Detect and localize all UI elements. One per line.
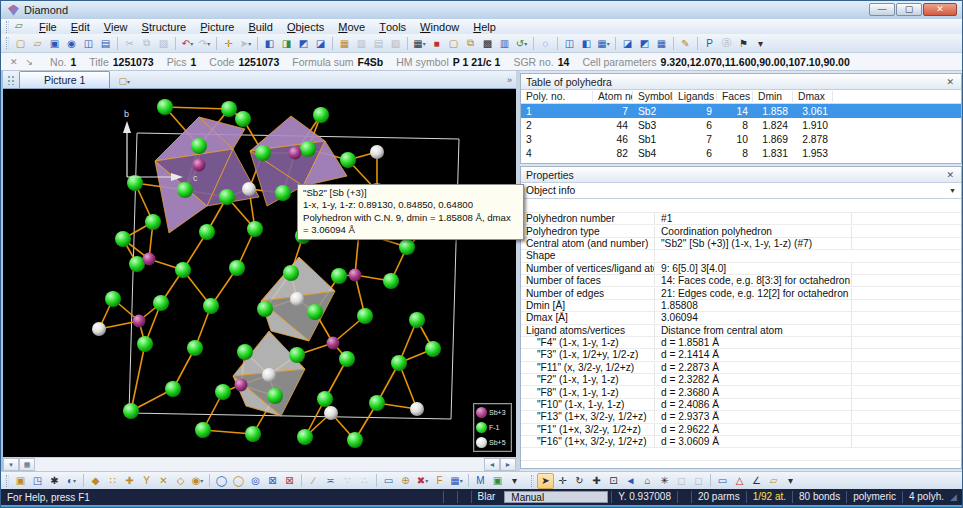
- fill-unit-cell-icon[interactable]: ◯: [213, 473, 230, 489]
- info-dock-icon[interactable]: ↘: [26, 57, 34, 67]
- fluorine-atom[interactable]: [235, 111, 251, 127]
- fluorine-atom[interactable]: [247, 221, 263, 237]
- fluorine-atom[interactable]: [203, 298, 219, 314]
- cell-axes-icon[interactable]: ⊕: [397, 473, 414, 489]
- property-row[interactable]: "F3" (1-x, 1/2+y, 1/2-z)d = 2.1414 Å: [521, 349, 961, 361]
- color-scheme-icon[interactable]: ▦▾: [448, 473, 465, 489]
- fluorine-atom[interactable]: [105, 291, 121, 307]
- data-table-icon[interactable]: ▦: [653, 35, 670, 51]
- property-row[interactable]: Number of vertices/ligand atoms9: 6[5.0]…: [521, 263, 961, 275]
- fluorine-atom[interactable]: [157, 99, 173, 115]
- remove-bonds-icon[interactable]: ✖▾: [414, 473, 431, 489]
- property-row[interactable]: "F2" (1-x, 1-y, 1-z)d = 2.3282 Å: [521, 374, 961, 386]
- picture-properties-icon[interactable]: ▣: [12, 473, 29, 489]
- antimony5-atom[interactable]: [92, 322, 106, 336]
- property-row[interactable]: "F13" (1+x, 3/2-y, 1/2+z)d = 2.9373 Å: [521, 411, 961, 423]
- new-picture-tab-button[interactable]: ▢▾: [118, 76, 130, 86]
- properties-pane-icon[interactable]: ◫: [561, 35, 578, 51]
- title-bar[interactable]: Diamond — ▢ ✕: [1, 1, 962, 19]
- diagram-icon[interactable]: ◪: [619, 35, 636, 51]
- property-row[interactable]: Dmin [Å]1.85808: [521, 300, 961, 312]
- pointer-tool-icon[interactable]: ➤: [537, 473, 554, 489]
- fill-fragment-icon[interactable]: ◎: [247, 473, 264, 489]
- property-row[interactable]: "F1" (1+x, 3/2-y, 1/2+z)d = 2.9622 Å: [521, 424, 961, 436]
- property-row[interactable]: Shape: [521, 250, 961, 262]
- molecule-icon[interactable]: ◇: [172, 473, 189, 489]
- antimony5-atom[interactable]: [370, 145, 384, 159]
- fluorine-atom[interactable]: [347, 432, 363, 448]
- export-picture-icon[interactable]: ◳: [29, 473, 46, 489]
- fluorine-atom[interactable]: [137, 336, 153, 352]
- move-tool-icon[interactable]: ✛: [554, 473, 571, 489]
- split-pane-icon[interactable]: ◧: [578, 35, 595, 51]
- fluorine-atom[interactable]: [313, 107, 329, 123]
- property-row[interactable]: Polyhedron typeCoordination polyhedron: [521, 225, 961, 237]
- view-filter-icon[interactable]: ◐▾: [63, 473, 80, 489]
- pov-export-icon[interactable]: ⚑: [735, 35, 752, 51]
- hydrogen-bond-icon[interactable]: ≍: [322, 473, 339, 489]
- toolbar-overflow-icon[interactable]: ▾: [752, 35, 769, 51]
- home-view-icon[interactable]: ⌂: [639, 473, 656, 489]
- measure-torsion-icon[interactable]: ∠: [748, 473, 765, 489]
- powder-pattern-icon[interactable]: P: [701, 35, 718, 51]
- fluorine-atom[interactable]: [331, 268, 347, 284]
- property-row[interactable]: Polyhedron number#1: [521, 213, 961, 225]
- create-bond-icon[interactable]: ∕: [305, 473, 322, 489]
- menu-objects[interactable]: Objects: [280, 19, 331, 34]
- property-row[interactable]: Central atom (and number)"Sb2" [Sb (+3)]…: [521, 238, 961, 250]
- tab-overflow-button[interactable]: »: [507, 75, 512, 85]
- fluorine-atom[interactable]: [391, 355, 407, 371]
- antimony5-atom[interactable]: [324, 406, 338, 420]
- property-row[interactable]: Number of faces14: Faces code, e.g. 8[3:…: [521, 275, 961, 287]
- data-sheet-icon[interactable]: ◧: [261, 35, 278, 51]
- fluorine-atom[interactable]: [283, 265, 299, 281]
- picture-hscrollbar[interactable]: ▾▦◄►: [3, 457, 516, 471]
- plot-icon[interactable]: ◩: [636, 35, 653, 51]
- destroy-packing-icon[interactable]: ⊠: [281, 473, 298, 489]
- antimony5-atom[interactable]: [290, 292, 304, 306]
- fluorine-atom[interactable]: [153, 295, 169, 311]
- translate-tool-icon[interactable]: ✚: [588, 473, 605, 489]
- print-preview-icon[interactable]: ◫: [80, 35, 97, 51]
- fluorine-atom[interactable]: [215, 384, 231, 400]
- fluorine-atom[interactable]: [357, 308, 373, 324]
- property-row[interactable]: "F4" (1-x, 1-y, 1-z)d = 1.8581 Å: [521, 337, 961, 349]
- table-pane-icon[interactable]: ▦▾: [595, 35, 612, 51]
- fluorine-atom[interactable]: [267, 388, 283, 404]
- report-icon[interactable]: ▥: [496, 35, 513, 51]
- property-row[interactable]: "F10" (1-x, 1-y, 1-z)d = 2.4086 Å: [521, 399, 961, 411]
- info-close-icon[interactable]: ✕: [10, 57, 18, 67]
- polyhedra-panel-close-icon[interactable]: ✕: [944, 77, 956, 87]
- import-icon[interactable]: ▱: [15, 20, 29, 33]
- hscroll-track[interactable]: [35, 458, 484, 471]
- new-picture-icon[interactable]: ▢: [445, 35, 462, 51]
- toolbar-collapse-button[interactable]: ▾: [3, 458, 19, 471]
- canvas-grid-button[interactable]: ▦: [19, 458, 35, 471]
- rotate-tool-icon[interactable]: ↻: [571, 473, 588, 489]
- fluorine-atom[interactable]: [237, 344, 253, 360]
- fluorine-atom[interactable]: [145, 214, 161, 230]
- fill-sphere-icon[interactable]: ◯: [230, 473, 247, 489]
- magnifier-icon[interactable]: ◌: [537, 35, 554, 51]
- menu-move[interactable]: Move: [331, 19, 372, 34]
- property-row[interactable]: Number of edges21: Edges code, e.g. 12[2…: [521, 287, 961, 299]
- antimony3-atom[interactable]: [289, 147, 302, 160]
- zoom-box-tool-icon[interactable]: ⊡: [605, 473, 622, 489]
- packing-range-icon[interactable]: ⊠: [264, 473, 281, 489]
- new-document-icon[interactable]: ▢: [12, 35, 29, 51]
- column-header-faces[interactable]: Faces: [717, 91, 753, 102]
- connect-atoms-icon[interactable]: Y: [138, 473, 155, 489]
- undo-icon[interactable]: ↶▾: [179, 35, 196, 51]
- table-mode-icon[interactable]: ▦▾: [411, 35, 428, 51]
- fluorine-atom[interactable]: [123, 403, 139, 419]
- atom-group-icon[interactable]: ∷: [104, 473, 121, 489]
- properties-panel-titlebar[interactable]: Properties ✕: [521, 167, 961, 183]
- menu-help[interactable]: Help: [466, 19, 503, 34]
- antimony3-atom[interactable]: [193, 159, 206, 172]
- tab-picture-1[interactable]: Picture 1: [19, 71, 110, 88]
- antimony5-atom[interactable]: [262, 368, 276, 382]
- measure-m-icon[interactable]: M: [472, 473, 489, 489]
- copy-picture-icon[interactable]: ⧉: [462, 35, 479, 51]
- fluorine-atom[interactable]: [340, 152, 356, 168]
- antimony3-atom[interactable]: [349, 269, 362, 282]
